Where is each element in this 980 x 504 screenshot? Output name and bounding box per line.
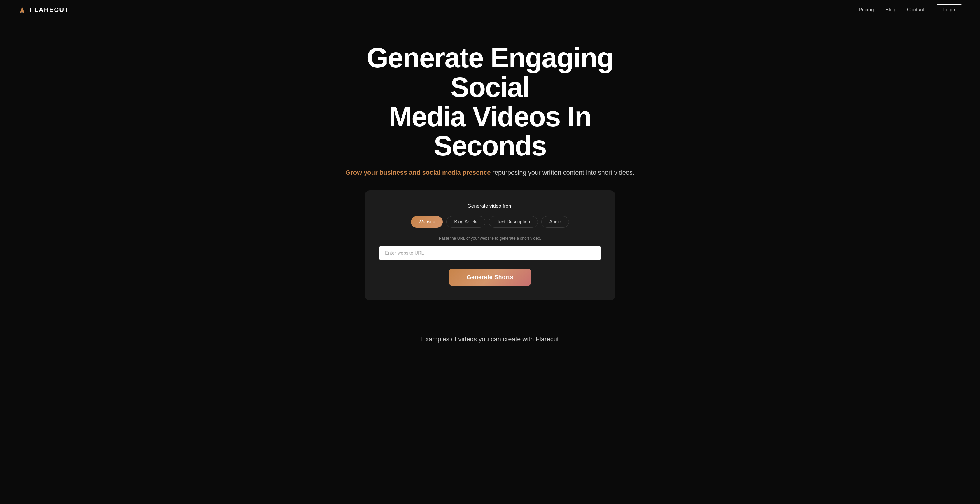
tab-blog-article[interactable]: Blog Article: [446, 216, 485, 228]
tab-text-description[interactable]: Text Description: [489, 216, 538, 228]
hero-section: Generate Engaging Social Media Videos In…: [0, 20, 980, 318]
hero-title: Generate Engaging Social Media Videos In…: [359, 43, 621, 161]
generate-shorts-button[interactable]: Generate Shorts: [449, 269, 531, 286]
navbar: FLARECUT Pricing Blog Contact Login: [0, 0, 980, 20]
hero-subtitle-rest: repurposing your written content into sh…: [491, 169, 635, 176]
input-hint: Paste the URL of your website to generat…: [379, 236, 601, 241]
nav-pricing[interactable]: Pricing: [859, 7, 874, 13]
nav-blog[interactable]: Blog: [886, 7, 896, 13]
logo[interactable]: FLARECUT: [18, 5, 69, 14]
flarecut-logo-icon: [18, 5, 27, 14]
examples-section: Examples of videos you can create with F…: [0, 318, 980, 355]
source-tabs: Website Blog Article Text Description Au…: [379, 216, 601, 228]
nav-links: Pricing Blog Contact Login: [859, 5, 963, 16]
generate-btn-wrapper: Generate Shorts: [379, 269, 601, 286]
hero-subtitle-highlight: Grow your business and social media pres…: [346, 169, 491, 176]
url-input[interactable]: [379, 246, 601, 261]
logo-text: FLARECUT: [30, 6, 69, 14]
tab-audio[interactable]: Audio: [541, 216, 569, 228]
tab-website[interactable]: Website: [411, 216, 443, 228]
login-button[interactable]: Login: [935, 5, 963, 16]
card-label: Generate video from: [379, 203, 601, 209]
nav-contact[interactable]: Contact: [907, 7, 924, 13]
hero-subtitle: Grow your business and social media pres…: [12, 169, 968, 176]
generator-card: Generate video from Website Blog Article…: [364, 191, 616, 300]
examples-title: Examples of videos you can create with F…: [12, 335, 968, 343]
